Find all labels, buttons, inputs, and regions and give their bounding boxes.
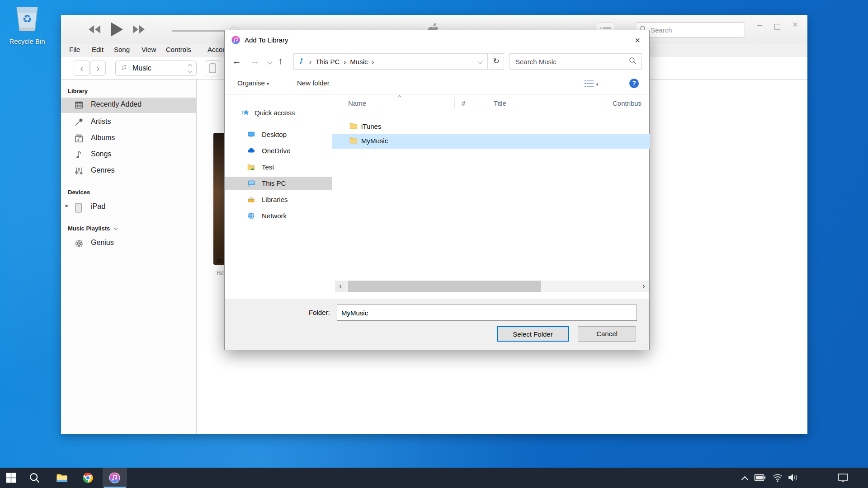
address-bar[interactable]: › This PC › Music › <box>293 53 488 70</box>
itunes-search-box[interactable] <box>636 22 745 38</box>
breadcrumb-music[interactable]: Music <box>350 58 368 66</box>
dialog-file-list: Name # Title Contributi iTunes MyMusic <box>332 94 650 281</box>
taskbar-file-explorer[interactable] <box>56 472 67 483</box>
play-button[interactable] <box>110 22 123 39</box>
library-selector[interactable]: Music <box>115 61 197 76</box>
album-icon <box>75 134 83 145</box>
new-folder-button[interactable]: New folder <box>297 79 330 87</box>
start-button[interactable] <box>5 472 17 483</box>
microphone-icon <box>75 118 83 128</box>
resize-grip[interactable]: ⋰ <box>642 343 648 349</box>
file-row-itunes[interactable]: iTunes <box>332 120 650 134</box>
fast-forward-button[interactable] <box>132 25 145 36</box>
itunes-maximize-button[interactable] <box>774 22 780 31</box>
show-desktop-separator[interactable] <box>865 469 865 486</box>
battery-icon[interactable] <box>754 473 765 484</box>
menu-view[interactable]: View <box>142 46 156 53</box>
sidebar-item-songs[interactable]: Songs <box>61 147 196 163</box>
taskbar-itunes[interactable] <box>109 472 120 483</box>
folder-icon <box>349 122 358 131</box>
recycle-bin[interactable]: ♻ Recycle Bin <box>5 5 49 45</box>
album-title[interactable]: Bo <box>217 257 225 264</box>
itunes-forward-button[interactable]: › <box>90 61 106 76</box>
sidebar-item-artists[interactable]: Artists <box>61 115 196 130</box>
disclosure-icon[interactable]: ▸ <box>66 202 69 209</box>
column-contributing-artists[interactable]: Contributi <box>613 99 642 107</box>
sidebar-item-genres[interactable]: Genres <box>61 164 196 179</box>
itunes-back-button[interactable]: ‹ <box>74 61 90 76</box>
column-title[interactable]: Title <box>494 99 506 107</box>
dialog-titlebar[interactable]: Add To Library × <box>225 30 649 50</box>
tree-item-test[interactable]: Test <box>225 160 332 174</box>
menu-song[interactable]: Song <box>114 46 130 53</box>
cancel-button[interactable]: Cancel <box>578 326 636 342</box>
itunes-minimize-button[interactable]: – <box>757 20 762 29</box>
horizontal-scrollbar[interactable]: ‹ › <box>335 281 649 292</box>
itunes-icon <box>109 472 120 483</box>
sidebar-item-albums[interactable]: Albums <box>61 131 196 146</box>
forward-arrow-icon[interactable]: → <box>250 55 259 67</box>
taskbar-chrome[interactable] <box>82 472 94 483</box>
music-note-icon <box>298 57 305 66</box>
menu-controls[interactable]: Controls <box>166 46 191 53</box>
folder-label: Folder: <box>309 309 330 316</box>
refresh-button[interactable]: ↻ <box>489 53 504 70</box>
sidebar-item-genius[interactable]: Genius <box>61 236 196 251</box>
dialog-navigation-row: ← → ↑ › This PC › Music › ↻ <box>225 50 649 73</box>
sidebar-item-ipad[interactable]: ▸ iPad <box>61 200 196 215</box>
tree-item-this-pc[interactable]: This PC <box>225 177 332 190</box>
wifi-icon[interactable] <box>772 473 783 484</box>
organise-button[interactable]: Organise ▾ <box>237 79 269 87</box>
tree-item-quick-access[interactable]: Quick access <box>225 106 332 120</box>
tree-item-libraries[interactable]: Libraries <box>225 193 332 206</box>
sort-ascending-icon <box>398 95 401 99</box>
taskbar <box>0 468 868 488</box>
back-arrow-icon[interactable]: ← <box>232 55 241 67</box>
device-button[interactable] <box>205 60 220 76</box>
selector-stepper-icon[interactable] <box>189 65 192 72</box>
menu-edit[interactable]: Edit <box>92 46 104 53</box>
rewind-button[interactable] <box>88 25 101 36</box>
tree-item-onedrive[interactable]: OneDrive <box>225 144 332 158</box>
music-note-icon <box>120 64 128 73</box>
network-icon <box>247 212 255 221</box>
dialog-title: Add To Library <box>245 36 288 44</box>
dialog-close-button[interactable]: × <box>629 33 646 47</box>
volume-slider-track[interactable] <box>172 30 225 32</box>
tree-item-network[interactable]: Network <box>225 209 332 223</box>
caret-down-icon: ▾ <box>596 82 598 87</box>
sidebar-item-recently-added[interactable]: Recently Added <box>61 98 196 113</box>
up-arrow-icon[interactable]: ↑ <box>278 55 283 67</box>
dialog-search-box[interactable] <box>509 53 642 70</box>
folder-name-input[interactable] <box>337 305 637 321</box>
help-button[interactable]: ? <box>629 79 639 88</box>
breadcrumb-this-pc[interactable]: This PC <box>316 58 340 66</box>
scroll-left-button[interactable]: ‹ <box>335 281 346 292</box>
caret-down-icon: ▾ <box>267 81 269 86</box>
ipad-icon <box>75 203 82 215</box>
recent-locations-icon[interactable] <box>267 59 272 64</box>
atom-icon <box>75 239 84 250</box>
search-icon <box>629 57 637 66</box>
address-dropdown-icon[interactable] <box>477 59 482 64</box>
action-center-icon[interactable] <box>837 473 849 484</box>
view-mode-button[interactable]: ▾ <box>584 80 598 89</box>
album-art[interactable] <box>213 133 224 265</box>
itunes-search-input[interactable] <box>650 26 741 34</box>
menu-file[interactable]: File <box>69 46 80 53</box>
devices-section-header: Devices <box>68 189 90 196</box>
select-folder-button[interactable]: Select Folder <box>497 326 569 342</box>
file-row-mymusic[interactable]: MyMusic <box>332 134 650 149</box>
column-name[interactable]: Name <box>348 99 366 107</box>
speaker-icon[interactable] <box>788 473 799 484</box>
itunes-close-button[interactable]: × <box>793 20 798 29</box>
show-hidden-icons-button[interactable] <box>742 476 747 484</box>
grid-icon <box>75 101 83 111</box>
dialog-search-input[interactable] <box>514 57 629 66</box>
column-number[interactable]: # <box>462 99 465 107</box>
taskbar-search-button[interactable] <box>29 472 40 483</box>
scrollbar-thumb[interactable] <box>348 281 541 292</box>
album-artist[interactable]: Bo <box>217 269 225 277</box>
tree-item-desktop[interactable]: Desktop <box>225 128 332 141</box>
scroll-right-button[interactable]: › <box>638 281 649 292</box>
